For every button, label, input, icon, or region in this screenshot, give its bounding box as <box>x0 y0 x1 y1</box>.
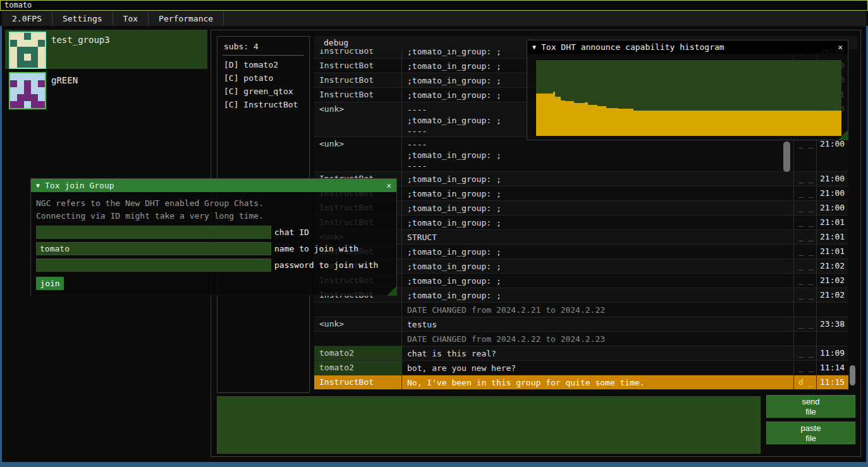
divider <box>223 55 304 56</box>
send-file-button[interactable]: send file <box>766 395 855 418</box>
date-divider-row: DATE CHANGED from 2024.2.21 to 2024.2.22 <box>314 303 848 317</box>
receipt-marks: _ _ <box>793 288 816 302</box>
join-group-window: ▼ Tox join Group ✕ NGC refers to the New… <box>30 178 397 296</box>
close-icon[interactable]: ✕ <box>386 181 391 190</box>
message-input[interactable] <box>217 396 761 454</box>
message-row: tomato2bot, are you new here?_ _11:14 <box>314 361 848 375</box>
message-text: No, I've been in this group for quite so… <box>401 375 793 389</box>
join-password-input[interactable] <box>36 258 271 272</box>
timestamp: 21:01 <box>816 230 848 244</box>
menu-item-settings[interactable]: Settings <box>52 11 113 26</box>
histogram-segment <box>588 105 597 136</box>
menu-bar: 2.0FPS SettingsToxPerformance <box>2 11 866 26</box>
resize-grip-icon[interactable] <box>387 286 396 296</box>
message-row: tomato2chat is this real?_ _11:09 <box>314 346 848 361</box>
fps-counter: 2.0FPS <box>2 11 52 26</box>
member-item[interactable]: [D] tomato2 <box>217 58 309 71</box>
join-button[interactable]: join <box>36 277 64 290</box>
receipt-marks <box>793 303 816 317</box>
frame-edge-bottom <box>0 462 868 467</box>
message-text: ;tomato_in_group: ; <box>401 215 793 229</box>
sender-name: <unk> <box>314 317 401 331</box>
receipt-marks: _ _ <box>793 274 816 288</box>
sender-name: <unk> <box>314 137 401 171</box>
timestamp: 21:00 <box>816 201 848 215</box>
join-name-input[interactable] <box>36 242 271 255</box>
close-icon[interactable]: ✕ <box>838 42 843 52</box>
sender-name: InstructBot <box>314 88 401 102</box>
resize-grip-icon[interactable] <box>838 130 848 140</box>
message-row: <unk>testus_ _23:38 <box>314 317 848 332</box>
message-text: ---- ;tomato_in_group: ; ---- <box>401 137 793 171</box>
message-text: DATE CHANGED from 2024.2.22 to 2024.2.23 <box>401 332 793 346</box>
app-window: tomato 2.0FPS SettingsToxPerformance tes… <box>0 0 868 467</box>
histogram-segment <box>536 94 553 136</box>
receipt-marks: _ _ <box>793 361 816 375</box>
timestamp: 21:02 <box>816 259 848 273</box>
message-text: ;tomato_in_group: ; <box>401 259 793 273</box>
menu-item-tox[interactable]: Tox <box>113 11 149 26</box>
histogram-segment <box>633 111 841 136</box>
receipt-marks: _ _ <box>793 230 816 244</box>
receipt-marks: _ _ <box>793 215 816 229</box>
histogram-window: ▼ Tox DHT announce capability histogram … <box>527 40 848 140</box>
paste-file-button[interactable]: paste file <box>766 422 855 444</box>
chat-id-input[interactable] <box>36 226 271 239</box>
message-text: bot, are you new here? <box>401 361 793 375</box>
window-title: tomato <box>4 1 32 9</box>
timestamp: 11:15 <box>816 375 848 389</box>
member-item[interactable]: [C] InstructBot <box>217 98 309 111</box>
field-label: chat ID <box>274 227 309 237</box>
histogram-segment <box>606 108 618 136</box>
receipt-marks: _ _ <box>793 245 816 258</box>
timestamp: 21:01 <box>816 215 848 229</box>
member-item[interactable]: [C] potato <box>217 71 309 85</box>
menu-item-performance[interactable]: Performance <box>149 11 224 26</box>
group-item-gREEN[interactable]: gREEN <box>5 70 207 109</box>
field-label: password to join with <box>274 260 378 270</box>
join-note-line1: NGC refers to the New DHT enabled Group … <box>36 197 391 210</box>
receipt-marks: _ _ <box>793 186 816 200</box>
join-group-title: Tox join Group <box>45 181 114 190</box>
dht-capability-histogram <box>536 60 841 136</box>
timestamp: 21:02 <box>816 274 848 288</box>
message-text: STRUCT <box>401 230 793 244</box>
group-name: gREEN <box>51 75 78 85</box>
members-count: subs: 4 <box>217 37 309 51</box>
message-text: ;tomato_in_group: ; <box>401 172 793 186</box>
receipt-marks: _ _ <box>793 172 816 186</box>
message-text: ;tomato_in_group: ; <box>401 274 793 288</box>
window-titlebar: tomato <box>0 0 868 11</box>
timestamp: 21:00 <box>816 186 848 200</box>
histogram-segment <box>597 106 606 136</box>
receipt-marks: _ _ <box>793 346 816 360</box>
sender-name: InstructBot <box>314 375 401 389</box>
group-avatar <box>9 32 46 69</box>
histogram-window-titlebar: ▼ Tox DHT announce capability histogram … <box>527 40 848 54</box>
histogram-window-body <box>527 54 848 140</box>
message-text: ;tomato_in_group: ; <box>401 201 793 215</box>
message-scrollbar-thumb[interactable] <box>783 142 790 172</box>
receipt-marks: _ _ <box>793 259 816 273</box>
histogram-segment <box>618 109 633 136</box>
message-text: DATE CHANGED from 2024.2.21 to 2024.2.22 <box>401 303 793 317</box>
timestamp: 11:14 <box>816 361 848 375</box>
log-scrollbar-thumb[interactable] <box>850 365 855 385</box>
receipt-marks: _ _ <box>793 137 816 171</box>
timestamp: 11:09 <box>816 346 848 360</box>
message-text: chat is this real? <box>401 346 793 360</box>
collapse-icon[interactable]: ▼ <box>532 44 536 51</box>
collapse-icon[interactable]: ▼ <box>36 182 40 189</box>
timestamp <box>816 303 848 317</box>
group-item-test_group3[interactable]: test_group3 <box>5 30 207 69</box>
sender-name: tomato2 <box>314 361 401 375</box>
join-group-body: NGC refers to the New DHT enabled Group … <box>31 192 396 296</box>
group-avatar <box>9 72 46 109</box>
histogram-segment <box>561 100 565 136</box>
join-note-line2: Connecting via ID might take a very long… <box>36 210 391 222</box>
frame-edge-left <box>0 26 2 467</box>
sender-name: InstructBot <box>314 59 401 73</box>
histogram-window-title: Tox DHT announce capability histogram <box>541 42 724 52</box>
member-item[interactable]: [C] green_qtox <box>217 85 309 98</box>
receipt-marks: _ _ <box>793 201 816 215</box>
